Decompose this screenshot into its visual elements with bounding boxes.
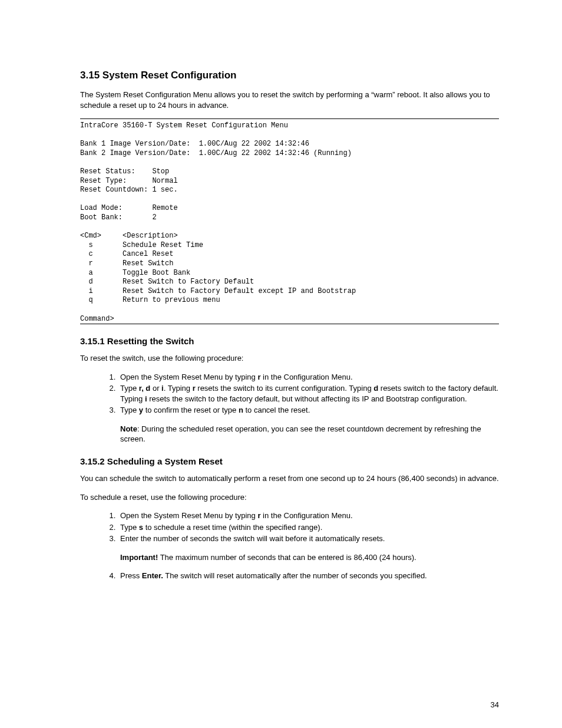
terminal-line: Bank 1 Image Version/Date: 1.00C/Aug 22 … (80, 140, 309, 148)
terminal-line: Bank 2 Image Version/Date: 1.00C/Aug 22 … (80, 149, 352, 157)
text: Enter the number of seconds the switch w… (120, 534, 385, 543)
bold-text: Note (120, 424, 137, 433)
terminal-line: s Schedule Reset Time (80, 241, 203, 249)
text: in the Configuration Menu. (260, 373, 352, 381)
bold-text: Important! (120, 553, 158, 562)
list-item: Type y to confirm the reset or type n to… (118, 405, 499, 444)
paragraph: To reset the switch, use the following p… (80, 353, 499, 364)
text: Open the System Reset Menu by typing (120, 511, 257, 520)
text: to schedule a reset time (within the spe… (143, 523, 322, 532)
intro-paragraph: The System Reset Configuration Menu allo… (80, 90, 499, 110)
terminal-output: IntraCore 35160-T System Reset Configura… (80, 118, 499, 324)
text: The switch will reset automatically afte… (163, 571, 427, 580)
terminal-line: a Toggle Boot Bank (80, 269, 190, 277)
note-block: Note: During the scheduled reset operati… (120, 424, 499, 444)
text: Type (120, 406, 139, 414)
bold-text: n (239, 406, 243, 414)
text: The maximum number of seconds that can b… (158, 553, 416, 562)
text: or (150, 384, 161, 393)
text: Type (120, 523, 139, 532)
terminal-line: Load Mode: Remote (80, 204, 178, 212)
paragraph: You can schedule the switch to automatic… (80, 473, 499, 484)
bold-text: d (373, 384, 378, 393)
text: Press (120, 571, 142, 580)
list-item: Press Enter. The switch will reset autom… (118, 571, 499, 581)
page-number: 34 (491, 700, 499, 709)
text: to cancel the reset. (243, 406, 310, 414)
heading-3-15-2: 3.15.2 Scheduling a System Reset (80, 456, 499, 466)
list-item: Type s to schedule a reset time (within … (118, 522, 499, 533)
terminal-line: q Return to previous menu (80, 296, 220, 304)
terminal-prompt: Command> (80, 315, 114, 323)
important-block: Important! The maximum number of seconds… (120, 552, 499, 563)
text: resets the switch to its current configu… (196, 384, 374, 393)
list-item: Open the System Reset Menu by typing r i… (118, 510, 499, 521)
terminal-line: Boot Bank: 2 (80, 213, 157, 222)
bold-text: r, d (139, 384, 151, 393)
bold-text: s (139, 523, 143, 532)
bold-text: y (139, 406, 143, 414)
terminal-line: i Reset Switch to Factory Default except… (80, 287, 356, 295)
list-item: Type r, d or i. Typing r resets the swit… (118, 383, 499, 404)
terminal-line: Reset Type: Normal (80, 177, 178, 185)
list-item: Open the System Reset Menu by typing r i… (118, 372, 499, 383)
document-page: 3.15 System Reset Configuration The Syst… (0, 0, 562, 728)
text: : During the scheduled reset operation, … (120, 424, 481, 444)
heading-3-15: 3.15 System Reset Configuration (80, 70, 499, 81)
terminal-line: Reset Status: Stop (80, 167, 169, 176)
text: Type (120, 384, 139, 393)
text: resets the switch to the factory default… (147, 394, 467, 403)
heading-3-15-1: 3.15.1 Resetting the Switch (80, 336, 499, 346)
text: Open the System Reset Menu by typing (120, 373, 257, 381)
list-item: Enter the number of seconds the switch w… (118, 533, 499, 562)
text: to confirm the reset or type (143, 406, 239, 414)
text: in the Configuration Menu. (260, 511, 352, 520)
terminal-line: Reset Countdown: 1 sec. (80, 186, 178, 194)
terminal-line: IntraCore 35160-T System Reset Configura… (80, 121, 288, 130)
procedure-list-schedule: Open the System Reset Menu by typing r i… (80, 510, 499, 581)
terminal-line: c Cancel Reset (80, 250, 173, 258)
terminal-line: d Reset Switch to Factory Default (80, 278, 254, 286)
terminal-line: <Cmd> <Description> (80, 232, 178, 240)
text: . Typing (164, 384, 193, 393)
procedure-list-reset: Open the System Reset Menu by typing r i… (80, 372, 499, 444)
terminal-line: r Reset Switch (80, 259, 173, 268)
paragraph: To schedule a reset, use the following p… (80, 492, 499, 503)
bold-text: Enter. (142, 571, 163, 580)
